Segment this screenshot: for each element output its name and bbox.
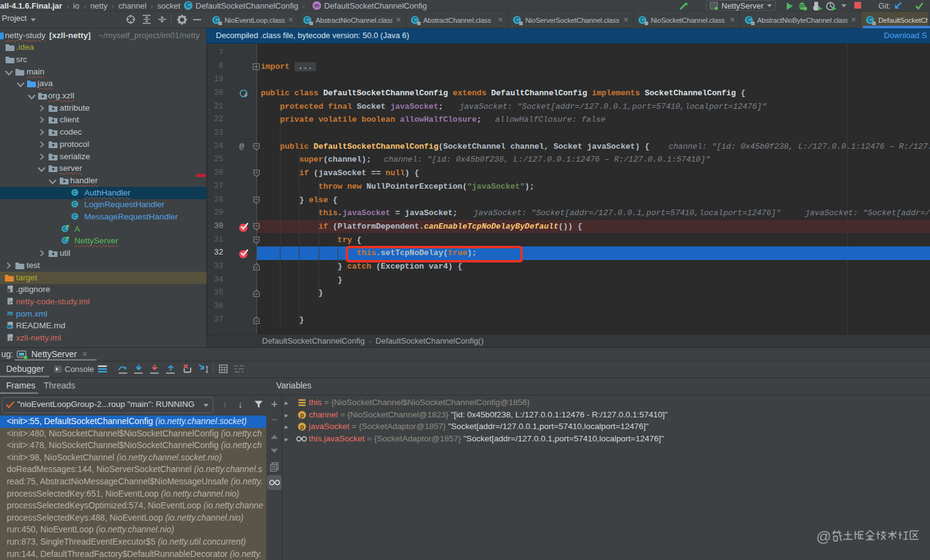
svg-text:C: C: [73, 202, 77, 207]
svg-text:@: @: [816, 528, 831, 545]
svg-text:p: p: [300, 411, 304, 418]
svg-text:p: p: [300, 424, 304, 430]
svg-text:C: C: [73, 214, 77, 219]
svg-text:m: m: [7, 309, 13, 317]
svg-text:C: C: [73, 190, 77, 195]
svg-text:MD: MD: [7, 326, 12, 329]
